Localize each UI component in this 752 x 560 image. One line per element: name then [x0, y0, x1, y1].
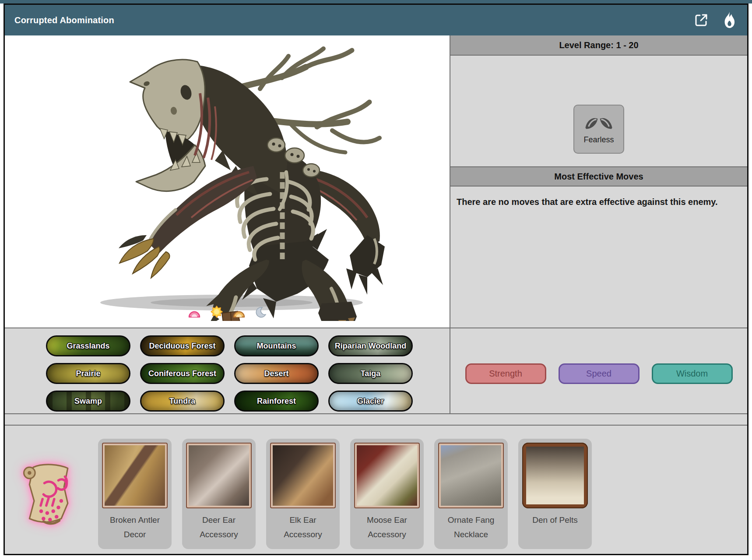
biome-button-taiga[interactable]: Taiga: [328, 363, 413, 384]
weakness-label: Speed: [586, 369, 611, 379]
biome-label: Desert: [264, 369, 288, 378]
enemy-info-panel: Level Range: 1 - 20 Fearless: [450, 35, 747, 328]
biome-label: Taiga: [361, 369, 381, 378]
effective-moves-text: Most Effective Moves: [554, 172, 643, 182]
biome-button-rainforest[interactable]: Rainforest: [234, 391, 319, 412]
weakness-button-speed[interactable]: Speed: [559, 363, 640, 384]
biome-label: Mountains: [257, 342, 296, 351]
biome-label: Glacier: [357, 397, 384, 406]
biome-label: Tundra: [169, 397, 196, 406]
biome-label: Prairie: [76, 369, 100, 378]
drop-cards-row: Broken Antler Decor Deer Ear Accessory E…: [98, 439, 592, 549]
enemy-art-panel: [5, 35, 450, 328]
night-icon: [255, 306, 267, 320]
weakness-label: Strength: [489, 369, 522, 379]
cat-eyes-icon: [583, 114, 615, 134]
weakness-button-strength[interactable]: Strength: [465, 363, 546, 384]
ability-label: Fearless: [583, 135, 614, 144]
biome-button-glacier[interactable]: Glacier: [328, 391, 413, 412]
page-top-accent: [0, 0, 752, 4]
biome-button-riparian-woodland[interactable]: Riparian Woodland: [328, 335, 413, 356]
drop-card-deer-ear-accessory[interactable]: Deer Ear Accessory: [182, 439, 256, 549]
ability-fearless-badge[interactable]: Fearless: [573, 105, 624, 154]
biome-label: Grasslands: [67, 342, 109, 351]
biome-button-deciduous-forest[interactable]: Deciduous Forest: [140, 335, 225, 356]
biome-label: Swamp: [74, 397, 102, 406]
biome-button-swamp[interactable]: Swamp: [46, 391, 130, 412]
active-times-row: [5, 306, 450, 320]
biome-button-prairie[interactable]: Prairie: [46, 363, 130, 384]
drop-name: Ornate Fang Necklace: [438, 513, 504, 542]
effective-moves-header: Most Effective Moves: [450, 166, 747, 187]
drop-name: Elk Ear Accessory: [270, 513, 336, 542]
drop-name: Broken Antler Decor: [102, 513, 168, 542]
drop-name: Moose Ear Accessory: [354, 513, 420, 542]
biome-button-mountains[interactable]: Mountains: [234, 335, 319, 356]
enemy-name-title: Corrupted Abomination: [14, 15, 114, 25]
title-bar: Corrupted Abomination: [5, 5, 747, 35]
drop-thumbnail-frame: [354, 443, 420, 508]
drop-thumbnail-frame: [186, 443, 252, 508]
biome-label: Deciduous Forest: [149, 342, 215, 351]
deer-ear-accessory-image: [189, 445, 249, 506]
drop-scroll-icon: [15, 459, 81, 529]
weakness-label: Wisdom: [676, 369, 708, 379]
section-divider-strip: [5, 413, 747, 426]
moose-ear-accessory-image: [357, 445, 417, 506]
biome-button-coniferous-forest[interactable]: Coniferous Forest: [140, 363, 225, 384]
ability-section: Fearless: [450, 56, 747, 166]
drop-card-elk-ear-accessory[interactable]: Elk Ear Accessory: [266, 439, 340, 549]
biome-button-grasslands[interactable]: Grasslands: [46, 335, 130, 356]
drop-thumbnail-frame: [270, 443, 336, 508]
weakness-list: Strength Speed Wisdom: [450, 328, 747, 413]
drop-card-moose-ear-accessory[interactable]: Moose Ear Accessory: [350, 439, 424, 549]
level-range-header: Level Range: 1 - 20: [450, 35, 747, 56]
drop-thumbnail-frame: [438, 443, 504, 508]
biome-label: Rainforest: [257, 397, 296, 406]
drop-thumbnail-frame: [102, 443, 168, 508]
broken-antler-decor-image: [105, 445, 165, 506]
dawn-icon: [188, 309, 201, 320]
drop-card-den-of-pelts[interactable]: Den of Pelts: [518, 439, 592, 549]
dusk-icon: [232, 309, 246, 320]
drop-card-broken-antler-decor[interactable]: Broken Antler Decor: [98, 439, 172, 549]
biome-button-tundra[interactable]: Tundra: [140, 391, 225, 412]
corrupted-abomination-illustration: [61, 41, 394, 321]
habitat-row: Grasslands Deciduous Forest Mountains Ri…: [5, 328, 747, 413]
biome-label: Coniferous Forest: [148, 369, 216, 378]
drop-name: Deer Ear Accessory: [186, 513, 252, 542]
enemy-dialog: Corrupted Abomination: [4, 4, 748, 555]
effective-moves-body: There are no moves that are extra effect…: [450, 187, 747, 328]
den-of-pelts-image: [526, 447, 584, 504]
drop-card-ornate-fang-necklace[interactable]: Ornate Fang Necklace: [434, 439, 508, 549]
weakness-button-wisdom[interactable]: Wisdom: [652, 363, 733, 384]
level-range-text: Level Range: 1 - 20: [559, 40, 638, 50]
biome-list: Grasslands Deciduous Forest Mountains Ri…: [5, 328, 450, 413]
biome-button-desert[interactable]: Desert: [234, 363, 319, 384]
no-effective-moves-message: There are no moves that are extra effect…: [457, 197, 718, 207]
ornate-fang-necklace-image: [441, 445, 501, 506]
biome-label: Riparian Woodland: [335, 342, 407, 351]
main-row: Level Range: 1 - 20 Fearless: [5, 35, 747, 328]
drops-section: Broken Antler Decor Deer Ear Accessory E…: [5, 426, 747, 554]
day-icon: [211, 306, 223, 320]
drop-thumbnail-frame: [522, 443, 588, 508]
elk-ear-accessory-image: [273, 445, 333, 506]
flame-icon[interactable]: [721, 12, 738, 28]
drop-name: Den of Pelts: [522, 513, 588, 527]
external-link-icon[interactable]: [693, 12, 710, 28]
